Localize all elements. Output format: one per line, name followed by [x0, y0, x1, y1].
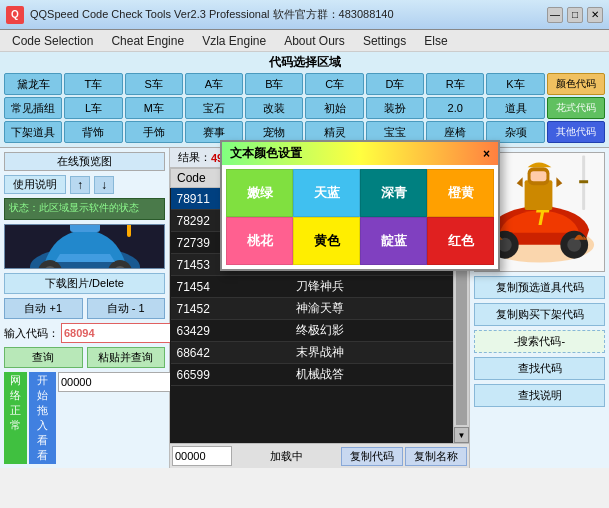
btn-kCar[interactable]: K车	[486, 73, 544, 95]
minimize-button[interactable]: —	[547, 7, 563, 23]
find-code-btn[interactable]: 查找代码	[474, 357, 605, 380]
cell-code: 63429	[171, 320, 290, 342]
btn-tCar[interactable]: T车	[64, 73, 122, 95]
bottom-code-input[interactable]	[172, 446, 232, 466]
bottom-input-row: 加载中 复制代码 复制名称	[170, 443, 469, 468]
cell-code: 71452	[171, 298, 290, 320]
menu-settings[interactable]: Settings	[355, 32, 414, 50]
btn-modify[interactable]: 改装	[245, 97, 303, 119]
btn-20[interactable]: 2.0	[426, 97, 484, 119]
table-row[interactable]: 71454刀锋神兵	[171, 276, 469, 298]
menu-else[interactable]: Else	[416, 32, 455, 50]
color-cell[interactable]: 靛蓝	[360, 217, 427, 265]
close-button[interactable]: ✕	[587, 7, 603, 23]
menu-about-ours[interactable]: About Ours	[276, 32, 353, 50]
color-dialog-title: 文本颜色设置 ×	[222, 142, 498, 165]
svg-text:T: T	[535, 204, 550, 229]
btn-colorCode[interactable]: 颜色代码	[547, 73, 605, 95]
color-cell[interactable]: 红色	[427, 217, 494, 265]
arrow-up-btn[interactable]: ↑	[70, 176, 90, 194]
status-box: 状态：此区域显示软件的状态	[4, 198, 165, 220]
cell-name: 末界战神	[290, 342, 469, 364]
cell-name: 终极幻影	[290, 320, 469, 342]
loading-text: 加载中	[234, 449, 339, 464]
btn-commonInsert[interactable]: 常见插组	[4, 97, 62, 119]
color-cell[interactable]: 天蓝	[293, 169, 360, 217]
btn-otherCode[interactable]: 其他代码	[547, 121, 605, 143]
robot-car-svg	[15, 224, 155, 269]
table-row[interactable]: 63429终极幻影	[171, 320, 469, 342]
query-btn[interactable]: 查询	[4, 347, 83, 368]
btn-offShelf[interactable]: 下架道具	[4, 121, 62, 143]
table-row[interactable]: 66599机械战答	[171, 364, 469, 386]
btn-tools[interactable]: 道具	[486, 97, 544, 119]
copy-buy-btn[interactable]: 复制购买下架代码	[474, 303, 605, 326]
title-bar: Q QQSpeed Code Check Tools Ver2.3 Profes…	[0, 0, 609, 30]
svg-rect-11	[127, 224, 131, 237]
svg-rect-21	[531, 171, 547, 181]
code-area-title: 代码选择区域	[4, 54, 605, 71]
btn-mCar[interactable]: M车	[125, 97, 183, 119]
arrow-down-btn[interactable]: ↓	[94, 176, 114, 194]
svg-rect-23	[579, 180, 588, 183]
color-cell[interactable]: 深青	[360, 169, 427, 217]
menu-code-selection[interactable]: Code Selection	[4, 32, 101, 50]
btn-dress[interactable]: 装扮	[366, 97, 424, 119]
code-row-1: 黛龙车 T车 S车 A车 B车 C车 D车 R车 K车 颜色代码	[4, 73, 605, 95]
btn-cCar[interactable]: C车	[305, 73, 363, 95]
result-title: 结果：	[178, 150, 211, 165]
svg-point-16	[567, 237, 581, 251]
menu-cheat-engine[interactable]: Cheat Engine	[103, 32, 192, 50]
svg-rect-5	[70, 224, 100, 232]
code-row-2: 常见插组 L车 M车 宝石 改装 初始 装扮 2.0 道具 花式代码	[4, 97, 605, 119]
find-desc-btn[interactable]: 查找说明	[474, 384, 605, 407]
color-dialog: 文本颜色设置 × 嫩绿天蓝深青橙黄桃花黄色靛蓝红色	[220, 140, 500, 271]
network-status[interactable]: 网络正常	[4, 372, 27, 464]
scroll-down-arrow[interactable]: ▼	[454, 427, 469, 443]
svg-marker-19	[517, 177, 523, 187]
color-cell[interactable]: 黄色	[293, 217, 360, 265]
table-row[interactable]: 68642末界战神	[171, 342, 469, 364]
title-text: QQSpeed Code Check Tools Ver2.3 Professi…	[30, 7, 394, 22]
color-cell[interactable]: 桃花	[226, 217, 293, 265]
btn-backDeco[interactable]: 背饰	[64, 121, 122, 143]
paste-query-btn[interactable]: 粘贴并查询	[87, 347, 166, 368]
btn-bCar[interactable]: B车	[245, 73, 303, 95]
btn-daiLong[interactable]: 黛龙车	[4, 73, 62, 95]
usage-row: 使用说明 ↑ ↓	[4, 175, 165, 194]
copy-preview-btn[interactable]: 复制预选道具代码	[474, 276, 605, 299]
auto-plus-btn[interactable]: 自动 +1	[4, 298, 83, 319]
btn-rCar[interactable]: R车	[426, 73, 484, 95]
color-dialog-close-btn[interactable]: ×	[483, 147, 490, 161]
menu-bar: Code Selection Cheat Engine Vzla Engine …	[0, 30, 609, 52]
maximize-button[interactable]: □	[567, 7, 583, 23]
input-label: 输入代码：	[4, 326, 59, 341]
btn-sCar[interactable]: S车	[125, 73, 183, 95]
copy-code-btn[interactable]: 复制代码	[341, 447, 403, 466]
usage-btn[interactable]: 使用说明	[4, 175, 66, 194]
btn-initial[interactable]: 初始	[305, 97, 363, 119]
left-panel: 在线预览图 使用说明 ↑ ↓ 状态：此区域显示软件的状态	[0, 148, 170, 468]
btn-lCar[interactable]: L车	[64, 97, 122, 119]
btn-handDeco[interactable]: 手饰	[125, 121, 183, 143]
btn-gem[interactable]: 宝石	[185, 97, 243, 119]
query-row: 查询 粘贴并查询	[4, 347, 165, 368]
cell-code: 66599	[171, 364, 290, 386]
menu-vzla-engine[interactable]: Vzla Engine	[194, 32, 274, 50]
cell-code: 68642	[171, 342, 290, 364]
btn-fancyCode[interactable]: 花式代码	[547, 97, 605, 119]
btn-dCar[interactable]: D车	[366, 73, 424, 95]
download-btn[interactable]: 下载图片/Delete	[4, 273, 165, 294]
color-cell[interactable]: 嫩绿	[226, 169, 293, 217]
title-controls: — □ ✕	[547, 7, 603, 23]
title-bar-left: Q QQSpeed Code Check Tools Ver2.3 Profes…	[6, 6, 394, 24]
copy-name-btn[interactable]: 复制名称	[405, 447, 467, 466]
btn-aCar[interactable]: A车	[185, 73, 243, 95]
search-code-btn[interactable]: -搜索代码-	[474, 330, 605, 353]
table-row[interactable]: 71452神渝天尊	[171, 298, 469, 320]
auto-minus-btn[interactable]: 自动 - 1	[87, 298, 166, 319]
color-cell[interactable]: 橙黄	[427, 169, 494, 217]
drag-start-btn[interactable]: 开始拖入看看	[29, 372, 56, 464]
preview-image-area	[4, 224, 165, 269]
app-icon: Q	[6, 6, 24, 24]
